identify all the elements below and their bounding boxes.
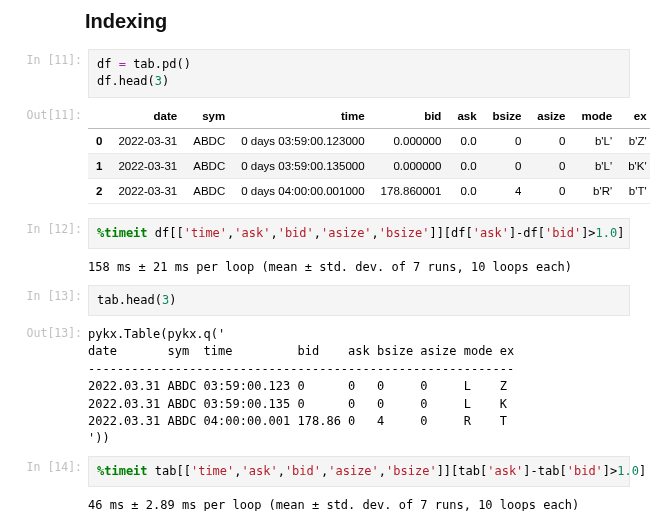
cell-output-13: Out[13]: pykx.Table(pykx.q(' date sym ti…: [20, 322, 630, 450]
prompt-in-13: In [13]:: [20, 285, 88, 303]
cell-output-11: Out[11]: date sym time bid ask bsize asi…: [20, 104, 630, 204]
col-bid: bid: [373, 104, 450, 129]
prompt-out-13: Out[13]:: [20, 322, 88, 340]
col-ask: ask: [449, 104, 484, 129]
prompt-out-11: Out[11]:: [20, 104, 88, 122]
code-block-13: tab.head(3): [88, 285, 630, 316]
table-row: 1 2022-03-31 ABDC 0 days 03:59:00.135000…: [88, 153, 650, 178]
table-row: 2 2022-03-31 ABDC 0 days 04:00:00.001000…: [88, 178, 650, 203]
col-time: time: [233, 104, 372, 129]
code-block-14: %timeit tab[['time','ask','bid','asize',…: [88, 456, 630, 487]
col-date: date: [110, 104, 185, 129]
timing-result-12: 158 ms ± 21 ms per loop (mean ± std. dev…: [88, 255, 630, 278]
table-row: 0 2022-03-31 ABDC 0 days 03:59:00.123000…: [88, 128, 650, 153]
cell-input-12: In [12]: %timeit df[['time','ask','bid',…: [20, 218, 630, 249]
cell-output-14: Out[14]: 46 ms ± 2.89 ms per loop (mean …: [20, 493, 630, 511]
prompt-in-12: In [12]:: [20, 218, 88, 236]
code-block-12: %timeit df[['time','ask','bid','asize','…: [88, 218, 630, 249]
cell-input-14: In [14]: %timeit tab[['time','ask','bid'…: [20, 456, 630, 487]
cell-input-11: In [11]: df = tab.pd() df.head(3): [20, 49, 630, 98]
cell-output-12: Out[12]: 158 ms ± 21 ms per loop (mean ±…: [20, 255, 630, 278]
col-sym: sym: [185, 104, 233, 129]
cell-input-13: In [13]: tab.head(3): [20, 285, 630, 316]
col-mode: mode: [573, 104, 620, 129]
pykx-output: pykx.Table(pykx.q(' date sym time bid as…: [88, 322, 630, 450]
prompt-in-14: In [14]:: [20, 456, 88, 474]
section-heading: Indexing: [20, 10, 630, 33]
code-block-11: df = tab.pd() df.head(3): [88, 49, 630, 98]
col-index: [88, 104, 110, 129]
timing-result-14: 46 ms ± 2.89 ms per loop (mean ± std. de…: [88, 493, 630, 511]
col-ex: ex: [620, 104, 650, 129]
dataframe-table: date sym time bid ask bsize asize mode e…: [88, 104, 650, 204]
col-asize: asize: [529, 104, 573, 129]
prompt-in-11: In [11]:: [20, 49, 88, 67]
col-bsize: bsize: [485, 104, 530, 129]
